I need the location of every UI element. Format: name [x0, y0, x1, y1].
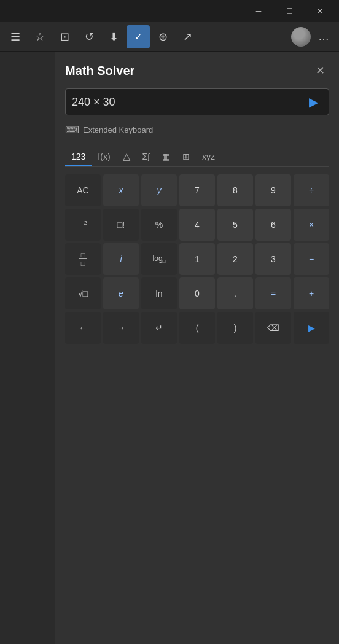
- title-bar: ─ ☐ ✕: [0, 0, 339, 22]
- calc-equals[interactable]: =: [255, 277, 291, 309]
- calc-lparen[interactable]: (: [179, 312, 215, 344]
- calc-multiply[interactable]: ×: [294, 209, 329, 241]
- calc-dot[interactable]: .: [217, 277, 253, 309]
- calc-y[interactable]: y: [141, 174, 177, 206]
- avatar: [291, 27, 311, 47]
- tab-chart[interactable]: ▦: [156, 148, 176, 166]
- calculator-grid: AC x y 7 8 9 ÷ □2 □! % 4 5 6 × □ □ i log…: [65, 174, 329, 344]
- calc-0[interactable]: 0: [179, 277, 215, 309]
- calc-i[interactable]: i: [103, 243, 139, 275]
- math-solver-button[interactable]: ✓: [127, 25, 150, 48]
- screenshot-button[interactable]: ⊡: [53, 25, 76, 48]
- tab-sigma-label: Σ∫: [142, 152, 150, 161]
- bookmark-button[interactable]: ☆: [28, 25, 52, 48]
- send-icon: ↗: [183, 30, 192, 44]
- sidebar-toggle-icon: ☰: [10, 30, 20, 44]
- bookmark-icon: ☆: [35, 30, 45, 44]
- math-solver-icon: ✓: [134, 31, 142, 42]
- calc-5[interactable]: 5: [217, 209, 253, 241]
- calc-log[interactable]: log□: [141, 243, 177, 275]
- submit-button[interactable]: ▶: [304, 93, 322, 111]
- calc-4[interactable]: 4: [179, 209, 215, 241]
- tab-matrix-label: ⊞: [182, 152, 190, 161]
- share-icon: ⊕: [158, 30, 168, 44]
- solver-header: Math Solver ✕: [65, 61, 329, 80]
- calc-x[interactable]: x: [103, 174, 139, 206]
- user-avatar-button[interactable]: [291, 27, 311, 47]
- send-button[interactable]: ↗: [176, 25, 199, 48]
- calc-7[interactable]: 7: [179, 174, 215, 206]
- calc-sqrt[interactable]: √□: [65, 277, 101, 309]
- history-icon: ↺: [85, 30, 94, 44]
- more-icon: …: [318, 30, 329, 43]
- input-row: ▶: [65, 88, 329, 115]
- calc-8[interactable]: 8: [217, 174, 253, 206]
- sidebar-toggle-button[interactable]: ☰: [4, 25, 27, 48]
- tab-triangle[interactable]: △: [117, 147, 136, 167]
- calc-1[interactable]: 1: [179, 243, 215, 275]
- calc-3[interactable]: 3: [255, 243, 291, 275]
- tab-fx[interactable]: f(x): [92, 148, 116, 166]
- calc-factorial[interactable]: □!: [103, 209, 139, 241]
- tab-xyz[interactable]: xyz: [196, 148, 221, 166]
- math-input[interactable]: [72, 96, 304, 109]
- keyboard-icon: ⌨: [65, 124, 79, 136]
- screenshot-icon: ⊡: [60, 30, 69, 44]
- history-button[interactable]: ↺: [77, 25, 101, 48]
- calc-e[interactable]: e: [103, 277, 139, 309]
- tab-fx-label: f(x): [98, 152, 110, 161]
- calc-plus[interactable]: +: [294, 277, 329, 309]
- calc-left[interactable]: ←: [65, 312, 101, 344]
- calc-rparen[interactable]: ): [217, 312, 253, 344]
- more-options-button[interactable]: …: [312, 25, 335, 48]
- calc-percent[interactable]: %: [141, 209, 177, 241]
- calc-backspace[interactable]: ⌫: [255, 312, 291, 344]
- maximize-button[interactable]: ☐: [275, 0, 303, 22]
- left-sidebar: [0, 52, 55, 644]
- tab-123-label: 123: [71, 152, 85, 161]
- tab-matrix[interactable]: ⊞: [176, 148, 196, 166]
- calc-right[interactable]: →: [103, 312, 139, 344]
- tab-xyz-label: xyz: [202, 152, 215, 161]
- extended-keyboard-button[interactable]: ⌨ Extended Keyboard: [65, 122, 153, 138]
- calc-minus[interactable]: −: [294, 243, 329, 275]
- window-close-button[interactable]: ✕: [306, 0, 334, 22]
- tab-sigma[interactable]: Σ∫: [136, 148, 157, 166]
- calc-9[interactable]: 9: [255, 174, 291, 206]
- calc-submit-nav[interactable]: ▶: [294, 312, 329, 344]
- calc-2[interactable]: 2: [217, 243, 253, 275]
- solver-title: Math Solver: [65, 64, 134, 78]
- extended-keyboard-label: Extended Keyboard: [83, 125, 153, 134]
- submit-icon: ▶: [309, 95, 318, 109]
- tab-chart-label: ▦: [162, 152, 170, 161]
- calc-6[interactable]: 6: [255, 209, 291, 241]
- calc-enter[interactable]: ↵: [141, 312, 177, 344]
- download-button[interactable]: ⬇: [102, 25, 125, 48]
- share-button[interactable]: ⊕: [151, 25, 174, 48]
- calc-ln[interactable]: ln: [141, 277, 177, 309]
- tab-123[interactable]: 123: [65, 148, 92, 166]
- math-solver-panel: Math Solver ✕ ▶ ⌨ Extended Keyboard 123 …: [55, 52, 339, 644]
- download-icon: ⬇: [109, 30, 119, 44]
- category-tabs: 123 f(x) △ Σ∫ ▦ ⊞ xyz: [65, 147, 329, 167]
- tab-triangle-label: △: [123, 151, 130, 161]
- calc-fraction[interactable]: □ □: [65, 243, 101, 275]
- main-area: Math Solver ✕ ▶ ⌨ Extended Keyboard 123 …: [0, 52, 339, 644]
- browser-toolbar: ☰ ☆ ⊡ ↺ ⬇ ✓ ⊕ ↗ …: [0, 22, 339, 52]
- solver-close-button[interactable]: ✕: [311, 61, 329, 80]
- minimize-button[interactable]: ─: [244, 0, 273, 22]
- calc-square[interactable]: □2: [65, 209, 101, 241]
- calc-ac[interactable]: AC: [65, 174, 101, 206]
- calc-divide[interactable]: ÷: [294, 174, 329, 206]
